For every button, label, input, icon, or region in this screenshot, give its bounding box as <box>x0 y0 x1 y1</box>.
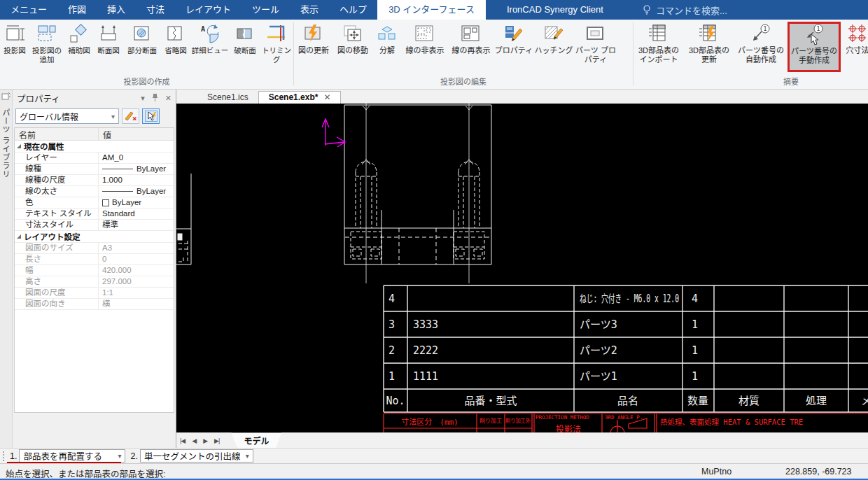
prop-row-sheet-orientation[interactable]: 図面の向き 横 <box>15 299 174 310</box>
sheet-tab-bar: |◀ ◀ ▶ ▶| モデル <box>176 432 868 448</box>
menu-item-menu[interactable]: メニュー <box>0 0 57 20</box>
tb-dim-class: 寸法区分 (mm) <box>401 417 458 427</box>
ribbon-button-move-view[interactable]: 図の移動 <box>333 22 372 75</box>
drawing-canvas[interactable]: 4 ねじ: 穴付き - M6.0 x 12.0 4 3 3333 パーツ3 1 … <box>176 104 868 432</box>
prop-row-length[interactable]: 長さ 0 <box>15 254 174 265</box>
edit-cancel-button[interactable]: × <box>122 108 139 124</box>
menu-item-help[interactable]: ヘルプ <box>329 0 377 20</box>
properties-scope-select[interactable]: グローバル情報 ▾ <box>15 108 119 124</box>
ribbon-button-show-lines[interactable]: 線の再表示 <box>448 22 494 75</box>
sheet-tab-model[interactable]: モデル <box>231 432 281 449</box>
prop-row-text-style[interactable]: テキスト スタイル Standard <box>15 209 174 220</box>
prop-row-lineweight[interactable]: 線の太さ ByLayer <box>15 186 174 197</box>
menu-item-dimension[interactable]: 寸法 <box>136 0 175 20</box>
ribbon-button-add-projection-view[interactable]: 投影図の追加 <box>29 22 64 75</box>
properties-selector-row: グローバル情報 ▾ × <box>13 106 176 126</box>
ribbon-button-hide-lines[interactable]: 線の非表示 <box>402 22 448 75</box>
section-layout-settings[interactable]: レイアウト設定 <box>15 231 174 243</box>
expand-triangle-icon <box>17 144 21 148</box>
lineweight-sample <box>102 191 133 192</box>
ribbon-button-broken-view[interactable]: 省略図 <box>161 22 190 75</box>
partial-section-icon <box>132 23 153 45</box>
properties-table-header: 名前 値 <box>15 128 174 141</box>
ribbon-button-manual-create-part-number[interactable]: 1 パーツ番号の 手動作成 <box>788 22 841 72</box>
ribbon-button-break-view[interactable]: 破断面 <box>230 22 260 75</box>
toolbar-grip[interactable] <box>3 451 6 461</box>
pick-object-button[interactable] <box>142 108 160 124</box>
bom-row4-name: ねじ: 穴付き - M6.0 x 12.0 <box>580 292 679 305</box>
menu-item-insert[interactable]: 挿入 <box>97 0 136 20</box>
sheet-nav-next-button[interactable]: ▶ <box>200 437 211 444</box>
ribbon-button-partial-section[interactable]: 部分断面 <box>123 22 161 75</box>
prop-row-color[interactable]: 色 ByLayer <box>15 197 174 209</box>
bom-header-material: 材質 <box>738 395 760 407</box>
library-pin-icon <box>1 92 11 101</box>
section-current-attributes[interactable]: 現在の属性 <box>15 141 174 153</box>
option2-select[interactable]: 単一セグメントの引出線 ▾ <box>140 449 253 463</box>
ribbon-button-hole-dimension[interactable]: 穴寸法 <box>844 22 868 75</box>
prop-row-linetype[interactable]: 線種 ByLayer <box>15 164 174 175</box>
ribbon-button-detail-view[interactable]: A 詳細ビュー <box>190 22 230 75</box>
option1-select[interactable]: 部品表を再配置する ▾ <box>19 449 125 463</box>
menu-item-ironcad-synergy-client[interactable]: IronCAD Synergy Client <box>496 0 615 20</box>
sidebar-tab-parts-library[interactable]: パーツ ライブラリ <box>0 108 11 178</box>
menu-item-layout[interactable]: レイアウト <box>175 0 241 20</box>
ribbon-button-update-3d-bom[interactable]: 3D部品表の 更新 <box>684 22 734 75</box>
bom-header-qty: 数量 <box>687 395 708 407</box>
ribbon-group-edit-projection: 図の更新 図の移動 分解 線の非表示 線の再表示 <box>294 20 633 89</box>
close-tab-icon[interactable]: ✕ <box>323 92 330 102</box>
bom-header-process: 処理 <box>806 395 827 407</box>
linetype-sample <box>102 169 133 169</box>
prop-row-dim-style[interactable]: 寸法スタイル 標準 <box>15 220 174 231</box>
ribbon-button-hatching[interactable]: ハッチング <box>533 22 574 75</box>
ribbon-button-section-view[interactable]: 断面図 <box>94 22 123 75</box>
sheet-nav-prev-button[interactable]: ◀ <box>188 437 200 444</box>
app-window: メニュー 作図 挿入 寸法 レイアウト ツール 表示 ヘルプ 3D インターフェ… <box>0 0 868 480</box>
panel-pin-icon[interactable] <box>152 93 158 103</box>
document-tab-scene1-ics[interactable]: Scene1.ics <box>197 92 258 104</box>
ribbon-button-explode[interactable]: 分解 <box>372 22 402 75</box>
ribbon-button-projection-view[interactable]: 投影図 <box>0 22 29 75</box>
ribbon-button-import-3d-bom[interactable]: 3D部品表の インポート <box>634 22 684 75</box>
bom-row1-no: 1 <box>388 370 395 383</box>
ribbon-button-view-properties[interactable]: プロパティ <box>494 22 533 75</box>
command-search[interactable]: コマンドを検索... <box>643 0 727 20</box>
document-tab-scene1-exb[interactable]: Scene1.exb* ✕ <box>258 91 342 104</box>
bom-row2-no: 2 <box>388 344 395 357</box>
svg-text:×: × <box>132 114 137 122</box>
ribbon-button-part-properties[interactable]: パーツ プロパティ <box>574 22 617 75</box>
bom-header-partial: メ <box>861 395 868 407</box>
ribbon-button-auto-create-part-number[interactable]: 1 パーツ番号の 自動作成 <box>734 22 788 75</box>
menu-item-draw[interactable]: 作図 <box>57 0 97 20</box>
ribbon-group-label-edit-projection: 投影図の編集 <box>294 76 633 87</box>
menu-tab-3d-interface[interactable]: 3D インターフェース <box>377 0 486 20</box>
ribbon-button-auxiliary-view[interactable]: 補助図 <box>64 22 94 75</box>
ribbon-button-trimming[interactable]: トリミング <box>260 22 293 75</box>
bom-row3-code: 3333 <box>413 318 438 331</box>
bom-header-no: No. <box>386 395 405 407</box>
chevron-down-icon: ▾ <box>118 452 121 460</box>
sheet-nav-first-button[interactable]: |◀ <box>176 437 188 444</box>
panel-close-icon[interactable]: ✕ <box>165 94 172 103</box>
prop-row-height[interactable]: 高さ 297.000 <box>15 276 174 288</box>
prop-row-sheet-size[interactable]: 図面のサイズ A3 <box>15 243 174 254</box>
bom-row3-no: 3 <box>388 318 395 331</box>
bom-row2-name: パーツ2 <box>580 344 617 357</box>
panel-dropdown-icon[interactable]: ▾ <box>141 94 145 103</box>
auxiliary-view-icon <box>69 23 90 45</box>
prop-row-linetype-scale[interactable]: 線種の尺度 1.000 <box>15 175 174 186</box>
tb-machining-2: 削り加工外 <box>505 417 531 424</box>
sheet-nav-last-button[interactable]: ▶| <box>211 437 223 444</box>
command-search-placeholder: コマンドを検索... <box>656 3 727 17</box>
prop-row-width[interactable]: 幅 420.000 <box>15 265 174 276</box>
prop-row-layer[interactable]: レイヤー AM_0 <box>15 153 174 164</box>
hatching-icon <box>543 23 564 45</box>
ribbon: 投影図 投影図の追加 補助図 断面図 部分断面 <box>0 20 868 90</box>
option1-value: 部品表を再配置する <box>23 449 102 463</box>
ribbon-group-label-summary: 摘要 <box>752 76 830 87</box>
ribbon-button-update-view[interactable]: 図の更新 <box>294 22 333 75</box>
prop-row-sheet-scale[interactable]: 図面の尺度 1:1 <box>15 288 174 299</box>
bom-text: 4 ねじ: 穴付き - M6.0 x 12.0 4 3 3333 パーツ3 1 … <box>386 292 868 407</box>
menu-item-view[interactable]: 表示 <box>290 0 329 20</box>
menu-item-tools[interactable]: ツール <box>241 0 290 20</box>
